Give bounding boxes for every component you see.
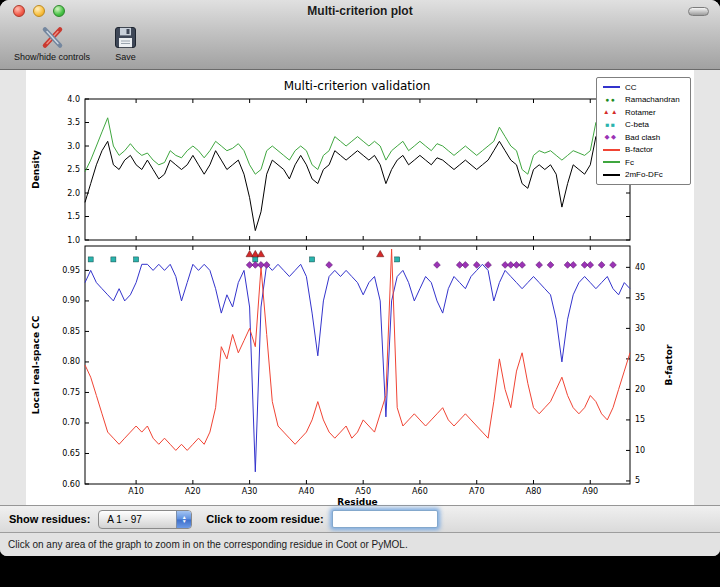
- tick-label: 0.90: [62, 296, 80, 305]
- tick-label: A50: [355, 487, 371, 496]
- legend-label: C-beta: [625, 120, 649, 129]
- tick-label: 0.95: [62, 266, 80, 275]
- window-header: Multi-criterion plot Show/hide controls: [0, 0, 720, 70]
- line-swatch-icon: [602, 149, 620, 151]
- save-label: Save: [115, 52, 136, 62]
- bad-clash-marker: [598, 262, 605, 269]
- select-arrows-icon: ▲ ▼: [176, 511, 191, 528]
- cc-axis-label: Local real-space CC: [31, 315, 41, 414]
- tick-label: 3.5: [67, 118, 80, 127]
- line-swatch-icon: [602, 174, 620, 176]
- tick-label: A30: [242, 487, 258, 496]
- legend-label: CC: [625, 83, 637, 92]
- tick-label: 40: [635, 263, 645, 272]
- tools-icon: [39, 24, 66, 51]
- tick-label: 15: [635, 415, 645, 424]
- line-swatch-icon: [602, 86, 620, 88]
- square-swatch-icon: ■■: [602, 122, 620, 129]
- show-hide-controls-label: Show/hide controls: [14, 52, 90, 62]
- tick-label: A10: [128, 487, 144, 496]
- bad-clash-marker: [587, 262, 594, 269]
- tick-label: A80: [526, 487, 542, 496]
- cc-bfactor-plot-frame: [85, 246, 630, 484]
- plot-legend: CC●●Ramachandran▲▲Rotamer■■C-beta◆◆Bad c…: [596, 77, 691, 185]
- tick-label: A90: [582, 487, 598, 496]
- tick-label: 3.0: [67, 142, 80, 151]
- zoom-window-button[interactable]: [53, 5, 65, 17]
- tick-label: 30: [635, 324, 645, 333]
- bfactor-axis-label: B-factor: [664, 344, 674, 385]
- window-title: Multi-criterion plot: [0, 0, 720, 22]
- tick-label: 0.60: [62, 480, 80, 489]
- fc-line: [85, 118, 630, 174]
- tick-label: 4.0: [67, 95, 80, 104]
- bad-clash-marker: [519, 262, 526, 269]
- controls-bar: Show residues: A 1 - 97 ▲ ▼ Click to zoo…: [0, 505, 720, 532]
- legend-label: Rotamer: [625, 108, 656, 117]
- c-beta-marker: [395, 257, 400, 262]
- status-text: Click on any area of the graph to zoom i…: [8, 539, 408, 550]
- tick-label: 10: [635, 446, 645, 455]
- tick-label: 0.65: [62, 449, 80, 458]
- close-button[interactable]: [13, 5, 25, 17]
- tick-label: 0.75: [62, 388, 80, 397]
- zoom-residue-input[interactable]: [332, 510, 438, 528]
- tick-label: 2.0: [67, 189, 80, 198]
- rotamer-marker: [257, 250, 264, 256]
- legend-entry-rotamer: ▲▲Rotamer: [602, 106, 685, 119]
- app-window: Multi-criterion plot Show/hide controls: [0, 0, 720, 556]
- 2mfo-dfc-line: [85, 137, 630, 231]
- legend-label: B-factor: [625, 145, 653, 154]
- circle-swatch-icon: ●●: [602, 97, 620, 104]
- legend-entry-c-beta: ■■C-beta: [602, 119, 685, 132]
- c-beta-marker: [310, 257, 315, 262]
- bad-clash-marker: [326, 262, 333, 269]
- figure-title: Multi-criterion validation: [284, 79, 431, 93]
- tick-label: A70: [469, 487, 485, 496]
- show-hide-controls-button[interactable]: Show/hide controls: [14, 24, 90, 62]
- tick-label: A60: [412, 487, 428, 496]
- bad-clash-marker: [536, 262, 543, 269]
- tick-label: 1.0: [67, 236, 80, 245]
- density-axis-label: Density: [31, 150, 41, 189]
- legend-entry-b-factor: B-factor: [602, 144, 685, 157]
- status-bar: Click on any area of the graph to zoom i…: [0, 532, 720, 556]
- window-controls: [13, 5, 65, 17]
- residue-axis-label: Residue: [337, 497, 377, 505]
- legend-entry-2mfo-dfc: 2mFo-DFc: [602, 169, 685, 182]
- title-bar[interactable]: Multi-criterion plot: [0, 0, 720, 22]
- tick-label: A20: [185, 487, 201, 496]
- diamond-swatch-icon: ◆◆: [602, 134, 620, 141]
- triangle-swatch-icon: ▲▲: [602, 109, 620, 116]
- legend-entry-cc: CC: [602, 81, 685, 94]
- residue-range-select[interactable]: A 1 - 97 ▲ ▼: [98, 510, 192, 529]
- plot-canvas[interactable]: Multi-criterion validation1.01.52.02.53.…: [26, 70, 694, 505]
- legend-label: Bad clash: [625, 133, 660, 142]
- c-beta-marker: [88, 257, 93, 262]
- toolbar: Show/hide controls Save: [0, 22, 720, 62]
- minimize-button[interactable]: [33, 5, 45, 17]
- tick-label: 0.85: [62, 327, 80, 336]
- show-residues-label: Show residues:: [9, 513, 90, 525]
- legend-entry-fc: Fc: [602, 156, 685, 169]
- tick-label: 35: [635, 293, 645, 302]
- save-button[interactable]: Save: [112, 24, 139, 62]
- b-factor-line: [85, 249, 630, 450]
- residue-range-value: A 1 - 97: [107, 514, 176, 525]
- legend-entry-bad-clash: ◆◆Bad clash: [602, 131, 685, 144]
- rotamer-marker: [377, 250, 384, 256]
- zoom-residue-label: Click to zoom residue:: [206, 513, 323, 525]
- line-swatch-icon: [602, 161, 620, 163]
- figure-area: Multi-criterion validation1.01.52.02.53.…: [26, 70, 694, 505]
- tick-label: 20: [635, 385, 645, 394]
- arrow-down-icon: ▼: [182, 519, 187, 524]
- tick-label: 0.80: [62, 357, 80, 366]
- tick-label: 0.70: [62, 418, 80, 427]
- bad-clash-marker: [570, 262, 577, 269]
- bad-clash-marker: [547, 262, 554, 269]
- bad-clash-marker: [434, 262, 441, 269]
- legend-label: Ramachandran: [625, 95, 680, 104]
- toolbar-toggle-button[interactable]: [688, 7, 709, 16]
- legend-label: 2mFo-DFc: [625, 170, 663, 179]
- tick-label: 2.5: [67, 165, 80, 174]
